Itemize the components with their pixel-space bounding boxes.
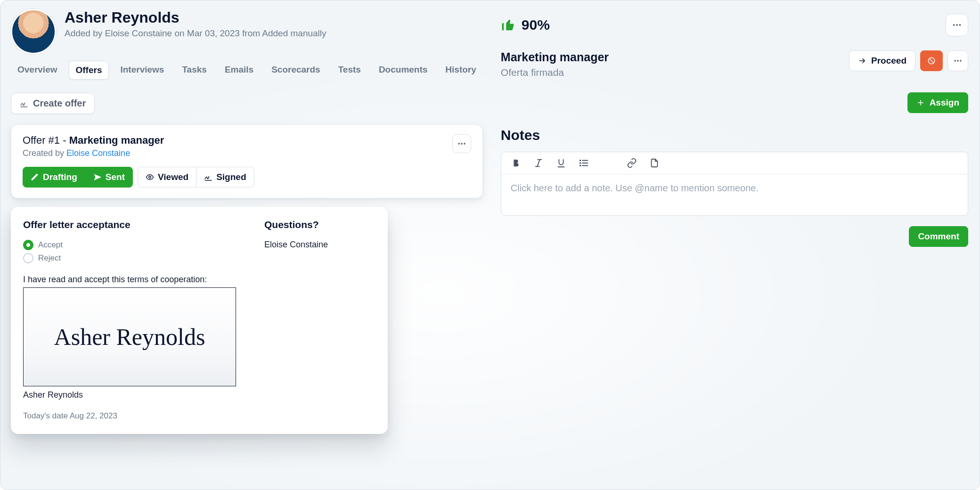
stage-viewed[interactable]: Viewed bbox=[138, 167, 196, 188]
tab-tasks[interactable]: Tasks bbox=[175, 61, 213, 80]
underline-button[interactable] bbox=[556, 158, 566, 168]
send-icon bbox=[93, 173, 102, 181]
candidate-name: Asher Reynolds bbox=[65, 9, 327, 26]
accept-option[interactable]: Accept bbox=[23, 240, 236, 250]
svg-point-16 bbox=[580, 165, 581, 166]
svg-point-10 bbox=[960, 60, 961, 61]
tab-interviews[interactable]: Interviews bbox=[114, 61, 171, 80]
italic-button[interactable] bbox=[533, 158, 544, 168]
role-subtitle: Oferta firmada bbox=[501, 67, 609, 78]
avatar bbox=[11, 9, 56, 54]
list-button[interactable] bbox=[579, 158, 589, 168]
link-button[interactable] bbox=[627, 158, 637, 168]
bold-button[interactable] bbox=[511, 158, 521, 168]
notes-input[interactable]: Click here to add a note. Use @name to m… bbox=[501, 174, 968, 215]
signature: Asher Reynolds bbox=[54, 323, 205, 351]
acceptance-heading: Offer letter acceptance bbox=[23, 219, 236, 230]
offer-created-by: Created by Eloise Constaine bbox=[23, 148, 164, 158]
questions-contact: Eloise Constaine bbox=[264, 240, 387, 250]
arrow-right-icon bbox=[858, 57, 866, 65]
tab-documents[interactable]: Documents bbox=[372, 61, 434, 80]
svg-point-8 bbox=[955, 60, 956, 61]
plus-icon bbox=[916, 98, 925, 107]
match-score: 90% bbox=[501, 17, 550, 33]
comment-button[interactable]: Comment bbox=[909, 226, 968, 247]
tab-emails[interactable]: Emails bbox=[218, 61, 260, 80]
tab-offers[interactable]: Offers bbox=[69, 61, 109, 80]
signature-icon bbox=[20, 99, 28, 108]
stage-sent[interactable]: Sent bbox=[85, 167, 133, 188]
svg-point-1 bbox=[461, 143, 462, 144]
candidate-header: Asher Reynolds Added by Eloise Constaine… bbox=[11, 9, 483, 54]
offer-title: Offer #1 - Marketing manager bbox=[23, 134, 164, 147]
svg-point-15 bbox=[580, 163, 581, 163]
notes-editor: Click here to add a note. Use @name to m… bbox=[501, 152, 968, 216]
create-offer-button[interactable]: Create offer bbox=[11, 93, 95, 114]
stage-signed[interactable]: Signed bbox=[196, 167, 254, 188]
dots-icon bbox=[952, 20, 962, 30]
offer-stage-row: Drafting Sent Viewed Signed bbox=[23, 167, 471, 188]
thumbs-up-icon bbox=[501, 18, 515, 32]
svg-line-13 bbox=[537, 160, 540, 167]
notes-heading: Notes bbox=[501, 127, 968, 143]
terms-line: I have read and accept this terms of coo… bbox=[23, 275, 236, 285]
tab-overview[interactable]: Overview bbox=[11, 61, 64, 80]
dots-icon bbox=[457, 139, 466, 148]
svg-point-0 bbox=[458, 143, 459, 144]
assign-button[interactable]: Assign bbox=[907, 92, 968, 113]
radio-reject[interactable] bbox=[23, 253, 33, 263]
proceed-button[interactable]: Proceed bbox=[849, 50, 915, 71]
ban-icon bbox=[927, 57, 936, 65]
svg-point-5 bbox=[956, 24, 958, 26]
create-offer-label: Create offer bbox=[33, 98, 86, 109]
editor-toolbar bbox=[501, 152, 968, 174]
radio-accept[interactable] bbox=[23, 240, 33, 250]
dots-icon bbox=[953, 56, 963, 65]
tab-history[interactable]: History bbox=[439, 61, 482, 80]
pencil-icon bbox=[31, 173, 39, 181]
svg-point-4 bbox=[953, 24, 955, 26]
reject-option[interactable]: Reject bbox=[23, 253, 236, 263]
acceptance-card: Offer letter acceptance Accept Reject I … bbox=[11, 207, 388, 434]
added-line: Added by Eloise Constaine on Mar 03, 202… bbox=[65, 28, 327, 39]
signature-date: Today's date Aug 22, 2023 bbox=[23, 411, 236, 421]
svg-point-9 bbox=[957, 60, 958, 61]
tab-scorecards[interactable]: Scorecards bbox=[265, 61, 327, 80]
signature-box: Asher Reynolds bbox=[23, 287, 236, 386]
signer-name: Asher Reynolds bbox=[23, 390, 236, 400]
signature-icon bbox=[204, 173, 212, 181]
role-title: Marketing manager bbox=[501, 50, 609, 64]
svg-point-6 bbox=[959, 24, 961, 26]
svg-point-3 bbox=[149, 176, 151, 179]
stage-drafting[interactable]: Drafting bbox=[23, 167, 85, 188]
questions-heading: Questions? bbox=[264, 219, 387, 230]
created-by-link[interactable]: Eloise Constaine bbox=[66, 148, 130, 158]
svg-point-14 bbox=[580, 160, 581, 161]
panel-more-button[interactable] bbox=[946, 14, 968, 36]
tabs: OverviewOffersInterviewsTasksEmailsScore… bbox=[11, 61, 483, 80]
tab-tests[interactable]: Tests bbox=[332, 61, 368, 80]
reject-button[interactable] bbox=[920, 50, 943, 71]
eye-icon bbox=[146, 173, 154, 181]
file-button[interactable] bbox=[649, 158, 660, 168]
offer-card: Offer #1 - Marketing manager Created by … bbox=[11, 124, 483, 198]
offer-more-button[interactable] bbox=[452, 134, 471, 153]
svg-point-2 bbox=[464, 143, 465, 144]
role-more-button[interactable] bbox=[947, 50, 968, 71]
